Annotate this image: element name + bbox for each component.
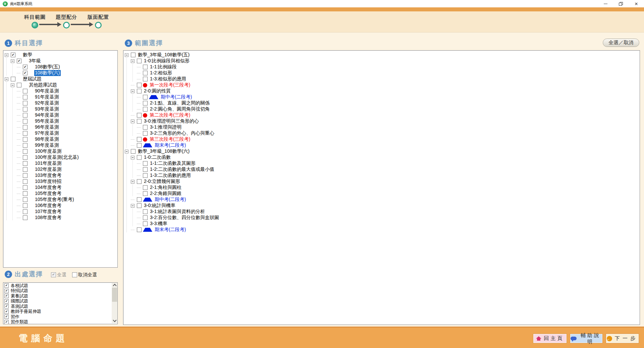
tree-item[interactable]: 100年度基測(北北基) xyxy=(3,154,117,160)
source-item-checkbox[interactable]: ✔ xyxy=(4,294,9,298)
tree-checkbox[interactable]: ✔ xyxy=(23,65,28,69)
tree-checkbox[interactable] xyxy=(143,161,148,166)
source-list-item[interactable]: ✔素養試題 xyxy=(3,293,111,299)
source-list-item[interactable]: ✔習作類題 xyxy=(3,320,111,325)
tree-checkbox[interactable] xyxy=(143,77,148,81)
close-icon[interactable]: × xyxy=(629,0,644,7)
tree-item[interactable]: 106年度會考 xyxy=(3,203,117,209)
tree-checkbox[interactable] xyxy=(23,197,28,202)
source-list-item[interactable]: ✔教師手冊延伸題 xyxy=(3,309,111,315)
tree-item[interactable]: 107年度會考 xyxy=(3,209,117,215)
tree-item-label[interactable]: 3-3:機率 xyxy=(149,221,168,227)
minimize-icon[interactable] xyxy=(598,0,613,7)
tree-item[interactable]: ✔108數學(六) xyxy=(3,70,117,76)
tree-item-label[interactable]: 第三次段考(三段考) xyxy=(149,136,191,142)
tree-item-label[interactable]: 108年度會考 xyxy=(34,215,62,221)
tree-item[interactable]: 105年度會考 xyxy=(3,191,117,197)
tree-item[interactable]: 3-1:統計表圖與資料的分析 xyxy=(123,209,640,215)
tree-item-label[interactable]: 數學_3年級_108數學(五) xyxy=(137,52,190,58)
tree-item-label[interactable]: 94年度基測 xyxy=(34,112,60,118)
tree-item[interactable]: ✔數學 xyxy=(3,52,117,58)
source-item-checkbox[interactable]: ✔ xyxy=(4,289,9,293)
tree-item-label[interactable]: 3-1:統計表圖與資料的分析 xyxy=(149,209,206,215)
tree-checkbox[interactable] xyxy=(143,215,148,220)
tree-checkbox[interactable] xyxy=(143,65,148,69)
source-list-item[interactable]: ✔特招試題 xyxy=(3,288,111,294)
tree-item-label[interactable]: 98年度基測 xyxy=(34,136,60,142)
tree-item[interactable]: 3-0:推理證明與三角形的心 xyxy=(123,118,640,124)
tree-checkbox[interactable] xyxy=(23,119,28,124)
tree-item[interactable]: 2-0:圓的性質 xyxy=(123,88,640,94)
tree-item-label[interactable]: 1-1:比例線段 xyxy=(149,64,177,70)
tree-item-label[interactable]: 100年度基測 xyxy=(34,148,62,154)
tree-item[interactable]: 95年度基測 xyxy=(3,118,117,124)
source-item-checkbox[interactable]: ✔ xyxy=(4,315,9,319)
tree-item-label[interactable]: 1-3:二次函數的應用 xyxy=(149,172,192,179)
tree-expander-icon[interactable] xyxy=(131,89,135,93)
tree-item-label[interactable]: 92年度基測 xyxy=(34,100,60,106)
tree-checkbox[interactable] xyxy=(23,113,28,118)
tree-item[interactable]: 3-2:三角形的外心、內心與重心 xyxy=(123,130,640,136)
tree-item[interactable]: 2-1:角柱與圓柱 xyxy=(123,185,640,191)
tree-item-label[interactable]: 95年度基測 xyxy=(34,118,60,124)
tree-checkbox[interactable] xyxy=(137,227,142,232)
tree-item-label[interactable]: 2-1:點、直線、圓之間的關係 xyxy=(149,100,210,106)
tree-item[interactable]: 3-1:推理與證明 xyxy=(123,124,640,130)
tree-item[interactable]: 期末考(二段考) xyxy=(123,227,640,233)
tree-item-label[interactable]: 99年度基測 xyxy=(34,142,60,148)
tree-checkbox[interactable]: ✔ xyxy=(23,71,28,75)
tree-item[interactable]: 1-3:二次函數的應用 xyxy=(123,172,640,179)
select-all-toggle-button[interactable]: 全選／取消 xyxy=(603,39,639,47)
tree-checkbox[interactable] xyxy=(143,71,148,75)
tree-checkbox[interactable] xyxy=(23,131,28,136)
tree-item[interactable]: 3-2:百分位數、四分位數與盒狀圖 xyxy=(123,215,640,221)
tree-item-label[interactable]: 1-2:二次函數的最大值或最小值 xyxy=(149,166,215,172)
tree-item-label[interactable]: 108數學(六) xyxy=(34,70,61,76)
tree-item[interactable]: 2-0:立體幾何圖形 xyxy=(123,179,640,185)
tree-item[interactable]: 91年度基測 xyxy=(3,94,117,100)
tree-checkbox[interactable] xyxy=(137,113,142,118)
tree-item[interactable]: 101年度基測 xyxy=(3,160,117,166)
tree-item[interactable]: 3-3:機率 xyxy=(123,221,640,227)
tree-item[interactable]: 2-2:圓心角、圓周角與弦切角 xyxy=(123,106,640,112)
tree-item[interactable]: 92年度基測 xyxy=(3,100,117,106)
source-list-item[interactable]: ✔基測試題 xyxy=(3,304,111,309)
tree-checkbox[interactable] xyxy=(23,95,28,99)
tree-expander-icon[interactable] xyxy=(5,53,8,57)
tree-item[interactable]: 第一次段考(三段考) xyxy=(123,82,640,88)
tree-expander-icon[interactable] xyxy=(131,204,135,208)
tree-item-label[interactable]: 105年度會考 xyxy=(34,191,62,197)
source-item-checkbox[interactable]: ✔ xyxy=(4,304,9,308)
tree-item[interactable]: 數學_3年級_108數學(六) xyxy=(123,148,640,154)
tree-checkbox[interactable] xyxy=(143,131,148,136)
tree-item[interactable]: 103年度特招 xyxy=(3,179,117,185)
tree-checkbox[interactable] xyxy=(143,209,148,214)
tree-checkbox[interactable] xyxy=(23,149,28,154)
tree-item[interactable]: 96年度基測 xyxy=(3,124,117,130)
tree-item-label[interactable]: 96年度基測 xyxy=(34,124,60,130)
tree-item-label[interactable]: 歷屆試題 xyxy=(22,76,42,82)
tree-checkbox[interactable] xyxy=(143,221,148,226)
tree-item-label[interactable]: 1-0:二次函數 xyxy=(143,154,171,160)
tree-expander-icon[interactable] xyxy=(125,53,128,57)
tree-expander-icon[interactable] xyxy=(131,180,135,184)
tree-item[interactable]: 1-1:二次函數及其圖形 xyxy=(123,160,640,166)
tree-item[interactable]: 第三次段考(三段考) xyxy=(123,136,640,142)
tree-item[interactable]: 98年度基測 xyxy=(3,136,117,142)
tree-item-label[interactable]: 2-0:圓的性質 xyxy=(143,88,171,94)
tree-item-label[interactable]: 2-2:角錐與圓錐 xyxy=(149,191,182,197)
tree-item[interactable]: 1-1:比例線段 xyxy=(123,64,640,70)
tree-checkbox[interactable]: ✔ xyxy=(17,59,21,63)
tree-item-label[interactable]: 3年級 xyxy=(28,58,42,64)
tree-item-label[interactable]: 105年度會考(重考) xyxy=(34,197,75,203)
tree-expander-icon[interactable] xyxy=(131,120,135,123)
tree-item[interactable]: 97年度基測 xyxy=(3,130,117,136)
tree-item[interactable]: 99年度基測 xyxy=(3,142,117,148)
tree-checkbox[interactable] xyxy=(23,155,28,160)
tree-item[interactable]: 第二次段考(三段考) xyxy=(123,112,640,118)
tree-checkbox[interactable] xyxy=(137,83,142,87)
tree-item[interactable]: 102年度基測 xyxy=(3,166,117,172)
tree-expander-icon[interactable] xyxy=(131,59,135,63)
tree-item[interactable]: 2-1:點、直線、圓之間的關係 xyxy=(123,100,640,106)
tree-expander-icon[interactable] xyxy=(131,156,135,159)
